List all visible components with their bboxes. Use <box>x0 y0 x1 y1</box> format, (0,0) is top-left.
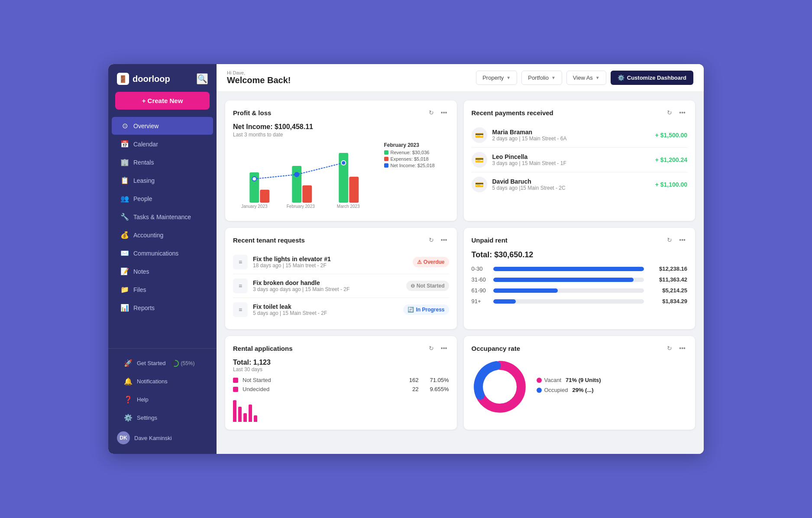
svg-point-10 <box>341 161 346 165</box>
occupancy-actions: ↻ ••• <box>665 344 687 353</box>
occupancy-donut-section: Vacant 71% (9 Units) Occupied 29% (...) <box>472 359 688 415</box>
customize-dashboard-button[interactable]: ⚙️ Customize Dashboard <box>611 71 693 85</box>
occupancy-more-button[interactable]: ••• <box>677 344 687 353</box>
occupancy-title: Occupancy rate <box>472 345 521 352</box>
nav-label-reports: Reports <box>133 304 155 311</box>
request-item-2: ≡ Fix toilet leak 5 days ago | 15 Main S… <box>233 298 449 321</box>
payment-info-0: Maria Braman 2 days ago | 15 Main Street… <box>492 129 655 142</box>
view-as-dropdown[interactable]: View As ▼ <box>566 71 606 85</box>
rentals-icon: 🏢 <box>120 158 129 166</box>
nav-label-notifications: Notifications <box>137 378 168 385</box>
chart-legend: February 2023 Revenue: $30,036 Expenses:… <box>384 142 449 213</box>
help-icon: ❓ <box>124 395 133 404</box>
property-dropdown-arrow: ▼ <box>506 75 511 80</box>
get-started-percent: (55%) <box>181 360 194 366</box>
property-dropdown[interactable]: Property ▼ <box>476 71 517 85</box>
nav-item-tasks[interactable]: 🔧 Tasks & Maintenance <box>112 208 213 226</box>
rent-bar-bg-2 <box>493 288 644 293</box>
mini-bar-3 <box>249 405 252 422</box>
svg-rect-5 <box>302 185 312 203</box>
not-started-icon: ⊖ <box>411 283 415 289</box>
nav-item-people[interactable]: 👥 People <box>112 190 213 207</box>
unpaid-rent-actions: ↻ ••• <box>665 236 687 244</box>
svg-rect-4 <box>292 166 301 203</box>
unpaid-rent-title: Unpaid rent <box>472 236 508 244</box>
recent-payments-more-button[interactable]: ••• <box>677 108 687 117</box>
nav-label-communications: Communications <box>133 250 178 257</box>
tenant-requests-header: Recent tenant requests ↻ ••• <box>233 236 449 244</box>
profit-loss-more-button[interactable]: ••• <box>439 108 449 117</box>
rental-row-1: Undecided 22 9.655% <box>233 386 449 392</box>
nav-label-tasks: Tasks & Maintenance <box>133 214 191 220</box>
svg-rect-7 <box>349 177 359 203</box>
nav-item-leasing[interactable]: 📋 Leasing <box>112 172 213 189</box>
nav-item-calendar[interactable]: 📅 Calendar <box>112 135 213 153</box>
profit-loss-chart-svg: January 2023 February 2023 March 2023 <box>233 142 379 211</box>
get-started-icon: 🚀 <box>124 359 133 367</box>
tenant-requests-refresh-button[interactable]: ↻ <box>427 236 436 244</box>
unpaid-rent-total: Total: $30,650.12 <box>472 250 688 259</box>
rent-bar-fill-1 <box>493 278 634 282</box>
svg-text:March 2023: March 2023 <box>337 204 360 209</box>
create-new-button[interactable]: + Create New <box>115 92 210 110</box>
nav-item-notifications[interactable]: 🔔 Notifications <box>115 372 210 390</box>
top-bar-controls: Property ▼ Portfolio ▼ View As ▼ ⚙️ Cust… <box>476 71 693 85</box>
svg-point-8 <box>252 177 256 181</box>
nav-item-accounting[interactable]: 💰 Accounting <box>112 226 213 244</box>
main-content: Hi Dave, Welcome Back! Property ▼ Portfo… <box>217 64 704 454</box>
profit-loss-refresh-button[interactable]: ↻ <box>427 108 436 117</box>
payment-list: 💳 Maria Braman 2 days ago | 15 Main Stre… <box>472 123 688 197</box>
rental-period: Last 30 days <box>233 366 449 372</box>
nav-item-get-started[interactable]: 🚀 Get Started (55%) <box>115 354 210 372</box>
rental-applications-actions: ↻ ••• <box>427 344 449 353</box>
nav-item-reports[interactable]: 📊 Reports <box>112 299 213 317</box>
rent-bar-row-2: 61-90 $5,214.25 <box>472 287 688 294</box>
nav-label-rentals: Rentals <box>133 159 154 166</box>
payment-item-0: 💳 Maria Braman 2 days ago | 15 Main Stre… <box>472 123 688 148</box>
nav-item-settings[interactable]: ⚙️ Settings <box>115 409 210 427</box>
payment-info-1: Leo Pincella 3 days ago | 15 Main Street… <box>492 153 655 166</box>
payment-item-2: 💳 David Baruch 5 days ago |15 Main Stree… <box>472 172 688 197</box>
nav-item-help[interactable]: ❓ Help <box>115 391 210 408</box>
request-info-0: Fix the lights in elevator #1 18 days ag… <box>253 256 413 269</box>
logo: 🚪 doorloop <box>117 73 170 85</box>
portfolio-dropdown[interactable]: Portfolio ▼ <box>521 71 562 85</box>
unpaid-rent-more-button[interactable]: ••• <box>677 236 687 244</box>
sidebar-header: 🚪 doorloop 🔍 <box>108 64 217 92</box>
progress-circle-icon <box>171 359 179 367</box>
rent-bar-bg-0 <box>493 267 644 271</box>
nav-label-leasing: Leasing <box>133 177 155 184</box>
payment-item-1: 💳 Leo Pincella 3 days ago | 15 Main Stre… <box>472 148 688 172</box>
payment-avatar-0: 💳 <box>472 127 487 143</box>
occupancy-legend: Vacant 71% (9 Units) Occupied 29% (...) <box>537 377 601 397</box>
nav-item-notes[interactable]: 📝 Notes <box>112 262 213 280</box>
nav-label-help: Help <box>137 396 149 403</box>
user-profile-row[interactable]: DK Dave Kaminski <box>112 427 213 449</box>
occupancy-donut <box>472 359 528 415</box>
portfolio-dropdown-arrow: ▼ <box>551 75 556 80</box>
rental-applications-more-button[interactable]: ••• <box>439 344 449 353</box>
rent-bar-fill-2 <box>493 288 558 293</box>
search-button[interactable]: 🔍 <box>197 73 208 84</box>
nav-item-rentals[interactable]: 🏢 Rentals <box>112 153 213 171</box>
accounting-icon: 💰 <box>120 231 129 239</box>
rental-applications-refresh-button[interactable]: ↻ <box>427 344 436 353</box>
tenant-requests-title: Recent tenant requests <box>233 236 305 244</box>
rent-bar-row-1: 31-60 $11,363.42 <box>472 276 688 283</box>
nav-item-communications[interactable]: ✉️ Communications <box>112 244 213 262</box>
calendar-icon: 📅 <box>120 140 129 148</box>
mini-bar-2 <box>243 413 247 422</box>
tenant-requests-more-button[interactable]: ••• <box>439 236 449 244</box>
nav-label-overview: Overview <box>133 123 159 130</box>
rental-applications-title: Rental applications <box>233 345 293 352</box>
rent-bar-fill-3 <box>493 299 516 304</box>
rental-color-0 <box>233 378 238 383</box>
nav-item-files[interactable]: 📁 Files <box>112 281 213 298</box>
gear-icon: ⚙️ <box>618 74 624 81</box>
unpaid-rent-refresh-button[interactable]: ↻ <box>665 236 674 244</box>
recent-payments-refresh-button[interactable]: ↻ <box>665 108 674 117</box>
occupancy-refresh-button[interactable]: ↻ <box>665 344 674 353</box>
dashboard-grid: Profit & loss ↻ ••• Net Income: $100,458… <box>217 92 704 454</box>
nav-item-overview[interactable]: ⊙ Overview <box>112 117 213 135</box>
request-icon-1: ≡ <box>233 278 248 293</box>
